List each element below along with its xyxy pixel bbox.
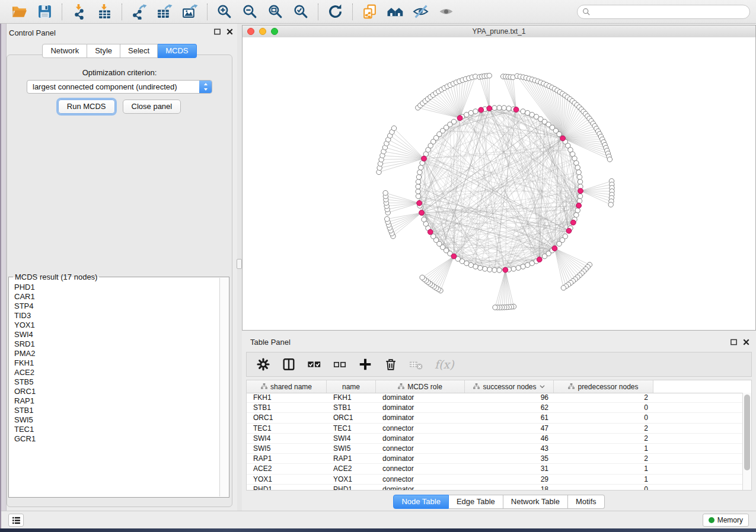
mcds-node[interactable]: CAR1 [9, 292, 220, 302]
search-input[interactable] [591, 6, 749, 18]
network-node[interactable] [577, 175, 582, 180]
column-header-shared-name[interactable]: shared name [247, 380, 327, 393]
network-node[interactable] [521, 109, 525, 114]
optimization-dropdown[interactable]: largest connected component (undirected) [27, 80, 212, 94]
close-table-panel-icon[interactable] [742, 338, 750, 346]
mcds-network-node[interactable] [578, 188, 583, 194]
tab-style[interactable]: Style [87, 44, 120, 58]
mcds-network-node[interactable] [537, 257, 542, 262]
search-box[interactable] [577, 5, 750, 19]
table-row[interactable]: YOX1YOX1connector291 [247, 475, 743, 485]
mcds-network-node[interactable] [487, 106, 492, 111]
import-network-icon[interactable] [71, 4, 87, 20]
mcds-list-scrollbar[interactable] [219, 278, 228, 496]
mcds-node[interactable]: RAP1 [9, 396, 220, 406]
show-all-icon[interactable] [438, 4, 454, 20]
settings-icon[interactable] [256, 357, 270, 371]
mcds-node[interactable]: PMA2 [9, 349, 220, 358]
refresh-icon[interactable] [327, 4, 343, 20]
network-node[interactable] [578, 194, 582, 198]
network-node[interactable] [574, 161, 579, 165]
network-node[interactable] [607, 157, 612, 162]
mcds-node[interactable]: FKH1 [9, 358, 220, 368]
network-node[interactable] [385, 217, 390, 222]
table-row[interactable]: STB1STB1dominator620 [247, 403, 743, 413]
network-node[interactable] [416, 175, 421, 180]
zoom-selected-icon[interactable] [293, 4, 309, 20]
network-node[interactable] [391, 126, 396, 130]
add-icon[interactable] [358, 357, 372, 371]
function-builder-icon[interactable]: f(x) [435, 358, 454, 371]
mcds-node[interactable]: YOX1 [9, 321, 220, 330]
network-node[interactable] [473, 109, 478, 114]
mcds-node[interactable]: SWI4 [9, 330, 220, 339]
tab-mcds[interactable]: MCDS [158, 44, 196, 58]
delete-icon[interactable] [384, 357, 398, 371]
mcds-network-node[interactable] [576, 203, 582, 209]
network-node[interactable] [575, 208, 580, 213]
network-node[interactable] [576, 170, 581, 175]
float-table-panel-icon[interactable] [730, 338, 738, 346]
mcds-node[interactable]: STB1 [9, 406, 220, 415]
table-scrollbar-thumb[interactable] [744, 395, 750, 470]
mcds-node[interactable]: ORC1 [9, 387, 220, 396]
network-node[interactable] [487, 267, 492, 272]
network-node[interactable] [468, 110, 473, 115]
mcds-network-node[interactable] [479, 107, 484, 113]
save-session-icon[interactable] [37, 4, 53, 20]
hide-selected-icon[interactable] [413, 4, 429, 20]
close-panel-icon[interactable] [226, 28, 234, 36]
table-row[interactable]: SWI5SWI5connector431 [247, 444, 743, 454]
network-node[interactable] [511, 267, 516, 271]
table-scrollbar[interactable] [742, 393, 751, 490]
network-node[interactable] [525, 262, 530, 267]
splitter-grip[interactable] [237, 259, 242, 269]
mcds-node[interactable]: STB5 [9, 377, 220, 387]
column-header-MCDS-role[interactable]: MCDS role [376, 380, 465, 393]
toggle-panel-icon[interactable] [282, 357, 296, 371]
network-node[interactable] [608, 202, 613, 207]
mcds-node[interactable]: GCR1 [9, 434, 220, 444]
network-node[interactable] [493, 305, 497, 310]
run-mcds-button[interactable]: Run MCDS [58, 100, 115, 114]
network-node[interactable] [577, 198, 582, 203]
column-header-successor-nodes[interactable]: successor nodes [465, 380, 554, 393]
mcds-network-node[interactable] [451, 254, 457, 259]
network-node[interactable] [497, 105, 502, 110]
delete-table-icon[interactable] [409, 357, 423, 371]
network-canvas[interactable] [243, 37, 755, 330]
table-row[interactable]: ACE2ACE2connector311 [247, 464, 743, 474]
zoom-fit-icon[interactable] [267, 4, 283, 20]
network-node[interactable] [506, 106, 511, 111]
duplicate-network-icon[interactable] [362, 4, 378, 20]
mcds-network-node[interactable] [552, 246, 557, 251]
tab-network-table[interactable]: Network Table [503, 495, 568, 509]
zoom-in-icon[interactable] [216, 4, 232, 20]
network-titlebar[interactable]: YPA_prune.txt_1 [243, 25, 755, 38]
network-node[interactable] [487, 73, 492, 78]
network-node[interactable] [420, 275, 425, 280]
mcds-node[interactable]: SWI5 [9, 415, 220, 425]
network-node[interactable] [416, 189, 420, 194]
mcds-network-node[interactable] [428, 229, 433, 235]
table-row[interactable]: RAP1RAP1dominator352 [247, 454, 743, 464]
tab-select[interactable]: Select [120, 44, 158, 58]
network-node[interactable] [451, 119, 456, 124]
tab-network[interactable]: Network [42, 44, 87, 58]
open-file-icon[interactable] [11, 4, 27, 20]
network-node[interactable] [478, 265, 483, 270]
import-table-icon[interactable] [97, 4, 113, 20]
mcds-network-node[interactable] [513, 107, 519, 113]
network-node[interactable] [557, 132, 562, 136]
export-table-icon[interactable] [157, 4, 173, 20]
network-node[interactable] [492, 268, 497, 273]
network-node[interactable] [383, 191, 388, 196]
network-node[interactable] [575, 165, 580, 170]
column-header-name[interactable]: name [327, 380, 376, 393]
network-node[interactable] [542, 254, 547, 258]
mcds-network-node[interactable] [560, 136, 566, 141]
network-node[interactable] [557, 241, 562, 246]
network-node[interactable] [422, 217, 426, 222]
close-panel-button[interactable]: Close panel [123, 100, 181, 114]
network-node[interactable] [417, 170, 422, 175]
